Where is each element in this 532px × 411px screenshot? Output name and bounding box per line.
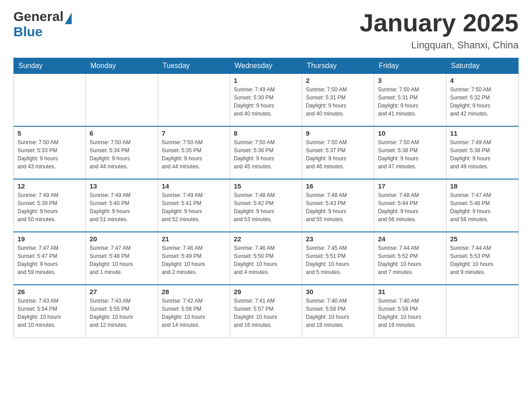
day-info: Sunrise: 7:49 AM Sunset: 5:39 PM Dayligh… bbox=[17, 191, 82, 223]
day-number: 18 bbox=[450, 182, 515, 190]
day-info: Sunrise: 7:45 AM Sunset: 5:51 PM Dayligh… bbox=[306, 244, 370, 276]
calendar-cell bbox=[86, 73, 158, 126]
calendar-cell: 8Sunrise: 7:50 AM Sunset: 5:36 PM Daylig… bbox=[230, 126, 302, 179]
day-number: 24 bbox=[378, 235, 442, 243]
day-number: 19 bbox=[17, 235, 82, 243]
day-number: 10 bbox=[378, 129, 442, 137]
logo: General Blue bbox=[13, 9, 72, 39]
day-info: Sunrise: 7:43 AM Sunset: 5:55 PM Dayligh… bbox=[90, 297, 154, 329]
day-number: 15 bbox=[234, 182, 298, 190]
day-number: 13 bbox=[90, 182, 154, 190]
calendar-cell: 19Sunrise: 7:47 AM Sunset: 5:47 PM Dayli… bbox=[14, 232, 86, 285]
day-info: Sunrise: 7:50 AM Sunset: 5:37 PM Dayligh… bbox=[306, 138, 370, 171]
day-info: Sunrise: 7:50 AM Sunset: 5:31 PM Dayligh… bbox=[378, 86, 442, 118]
day-info: Sunrise: 7:47 AM Sunset: 5:47 PM Dayligh… bbox=[17, 244, 82, 276]
calendar-cell bbox=[446, 285, 519, 338]
calendar-cell: 16Sunrise: 7:48 AM Sunset: 5:43 PM Dayli… bbox=[302, 179, 374, 232]
day-info: Sunrise: 7:41 AM Sunset: 5:57 PM Dayligh… bbox=[234, 297, 298, 329]
day-info: Sunrise: 7:50 AM Sunset: 5:32 PM Dayligh… bbox=[450, 86, 515, 118]
calendar-cell: 29Sunrise: 7:41 AM Sunset: 5:57 PM Dayli… bbox=[230, 285, 302, 338]
day-number: 12 bbox=[17, 182, 82, 190]
calendar-cell: 26Sunrise: 7:43 AM Sunset: 5:54 PM Dayli… bbox=[14, 285, 86, 338]
title-block: January 2025Lingquan, Shanxi, China bbox=[360, 9, 519, 51]
day-info: Sunrise: 7:49 AM Sunset: 5:40 PM Dayligh… bbox=[90, 191, 154, 223]
day-number: 4 bbox=[450, 77, 515, 84]
day-info: Sunrise: 7:50 AM Sunset: 5:35 PM Dayligh… bbox=[162, 138, 226, 171]
day-info: Sunrise: 7:40 AM Sunset: 5:59 PM Dayligh… bbox=[378, 297, 442, 329]
calendar-cell bbox=[158, 73, 230, 126]
weekday-header-sunday: Sunday bbox=[14, 58, 86, 73]
calendar-cell: 21Sunrise: 7:46 AM Sunset: 5:49 PM Dayli… bbox=[158, 232, 230, 285]
calendar-week-row: 19Sunrise: 7:47 AM Sunset: 5:47 PM Dayli… bbox=[14, 232, 519, 285]
weekday-header-thursday: Thursday bbox=[302, 58, 374, 73]
day-info: Sunrise: 7:47 AM Sunset: 5:48 PM Dayligh… bbox=[90, 244, 154, 276]
calendar-cell: 23Sunrise: 7:45 AM Sunset: 5:51 PM Dayli… bbox=[302, 232, 374, 285]
day-info: Sunrise: 7:49 AM Sunset: 5:38 PM Dayligh… bbox=[450, 138, 515, 171]
day-info: Sunrise: 7:48 AM Sunset: 5:42 PM Dayligh… bbox=[234, 191, 298, 223]
calendar-week-row: 12Sunrise: 7:49 AM Sunset: 5:39 PM Dayli… bbox=[14, 179, 519, 232]
calendar-cell: 1Sunrise: 7:49 AM Sunset: 5:30 PM Daylig… bbox=[230, 73, 302, 126]
day-info: Sunrise: 7:40 AM Sunset: 5:58 PM Dayligh… bbox=[306, 297, 370, 329]
calendar-cell: 18Sunrise: 7:47 AM Sunset: 5:46 PM Dayli… bbox=[446, 179, 519, 232]
calendar-title: January 2025 bbox=[360, 9, 519, 37]
day-number: 5 bbox=[17, 129, 82, 137]
calendar-cell: 7Sunrise: 7:50 AM Sunset: 5:35 PM Daylig… bbox=[158, 126, 230, 179]
weekday-header-monday: Monday bbox=[86, 58, 158, 73]
day-number: 2 bbox=[306, 77, 370, 84]
day-info: Sunrise: 7:49 AM Sunset: 5:41 PM Dayligh… bbox=[162, 191, 226, 223]
weekday-header-friday: Friday bbox=[374, 58, 446, 73]
day-number: 30 bbox=[306, 288, 370, 295]
day-number: 3 bbox=[378, 77, 442, 84]
calendar-cell: 17Sunrise: 7:48 AM Sunset: 5:44 PM Dayli… bbox=[374, 179, 446, 232]
calendar-cell: 11Sunrise: 7:49 AM Sunset: 5:38 PM Dayli… bbox=[446, 126, 519, 179]
weekday-header-saturday: Saturday bbox=[446, 58, 519, 73]
day-info: Sunrise: 7:48 AM Sunset: 5:44 PM Dayligh… bbox=[378, 191, 442, 223]
day-number: 6 bbox=[90, 129, 154, 137]
logo-blue-text: Blue bbox=[13, 24, 43, 39]
day-info: Sunrise: 7:48 AM Sunset: 5:43 PM Dayligh… bbox=[306, 191, 370, 223]
logo-triangle-icon bbox=[65, 13, 72, 24]
calendar-cell: 2Sunrise: 7:50 AM Sunset: 5:31 PM Daylig… bbox=[302, 73, 374, 126]
day-number: 22 bbox=[234, 235, 298, 243]
calendar-cell: 22Sunrise: 7:46 AM Sunset: 5:50 PM Dayli… bbox=[230, 232, 302, 285]
calendar-cell: 3Sunrise: 7:50 AM Sunset: 5:31 PM Daylig… bbox=[374, 73, 446, 126]
calendar-cell: 5Sunrise: 7:50 AM Sunset: 5:33 PM Daylig… bbox=[14, 126, 86, 179]
day-info: Sunrise: 7:44 AM Sunset: 5:53 PM Dayligh… bbox=[450, 244, 515, 276]
calendar-cell: 13Sunrise: 7:49 AM Sunset: 5:40 PM Dayli… bbox=[86, 179, 158, 232]
day-number: 29 bbox=[234, 288, 298, 295]
day-number: 7 bbox=[162, 129, 226, 137]
calendar-subtitle: Lingquan, Shanxi, China bbox=[360, 39, 519, 51]
day-number: 21 bbox=[162, 235, 226, 243]
day-number: 20 bbox=[90, 235, 154, 243]
day-number: 1 bbox=[234, 77, 298, 84]
calendar-cell: 30Sunrise: 7:40 AM Sunset: 5:58 PM Dayli… bbox=[302, 285, 374, 338]
day-info: Sunrise: 7:46 AM Sunset: 5:50 PM Dayligh… bbox=[234, 244, 298, 276]
calendar-cell: 28Sunrise: 7:42 AM Sunset: 5:56 PM Dayli… bbox=[158, 285, 230, 338]
day-number: 31 bbox=[378, 288, 442, 295]
calendar-cell: 6Sunrise: 7:50 AM Sunset: 5:34 PM Daylig… bbox=[86, 126, 158, 179]
calendar-cell: 12Sunrise: 7:49 AM Sunset: 5:39 PM Dayli… bbox=[14, 179, 86, 232]
day-info: Sunrise: 7:50 AM Sunset: 5:38 PM Dayligh… bbox=[378, 138, 442, 171]
day-number: 25 bbox=[450, 235, 515, 243]
day-info: Sunrise: 7:50 AM Sunset: 5:33 PM Dayligh… bbox=[17, 138, 82, 171]
calendar-cell: 9Sunrise: 7:50 AM Sunset: 5:37 PM Daylig… bbox=[302, 126, 374, 179]
calendar-cell: 20Sunrise: 7:47 AM Sunset: 5:48 PM Dayli… bbox=[86, 232, 158, 285]
day-info: Sunrise: 7:46 AM Sunset: 5:49 PM Dayligh… bbox=[162, 244, 226, 276]
day-number: 23 bbox=[306, 235, 370, 243]
day-number: 8 bbox=[234, 129, 298, 137]
day-info: Sunrise: 7:42 AM Sunset: 5:56 PM Dayligh… bbox=[162, 297, 226, 329]
day-info: Sunrise: 7:47 AM Sunset: 5:46 PM Dayligh… bbox=[450, 191, 515, 223]
day-number: 9 bbox=[306, 129, 370, 137]
logo-general-text: General bbox=[13, 9, 64, 24]
calendar-cell: 15Sunrise: 7:48 AM Sunset: 5:42 PM Dayli… bbox=[230, 179, 302, 232]
day-info: Sunrise: 7:50 AM Sunset: 5:36 PM Dayligh… bbox=[234, 138, 298, 171]
calendar-cell: 27Sunrise: 7:43 AM Sunset: 5:55 PM Dayli… bbox=[86, 285, 158, 338]
calendar-cell bbox=[14, 73, 86, 126]
day-number: 11 bbox=[450, 129, 515, 137]
day-number: 16 bbox=[306, 182, 370, 190]
calendar-week-row: 1Sunrise: 7:49 AM Sunset: 5:30 PM Daylig… bbox=[14, 73, 519, 126]
day-number: 14 bbox=[162, 182, 226, 190]
day-number: 26 bbox=[17, 288, 82, 295]
calendar-week-row: 26Sunrise: 7:43 AM Sunset: 5:54 PM Dayli… bbox=[14, 285, 519, 338]
day-info: Sunrise: 7:49 AM Sunset: 5:30 PM Dayligh… bbox=[234, 86, 298, 118]
